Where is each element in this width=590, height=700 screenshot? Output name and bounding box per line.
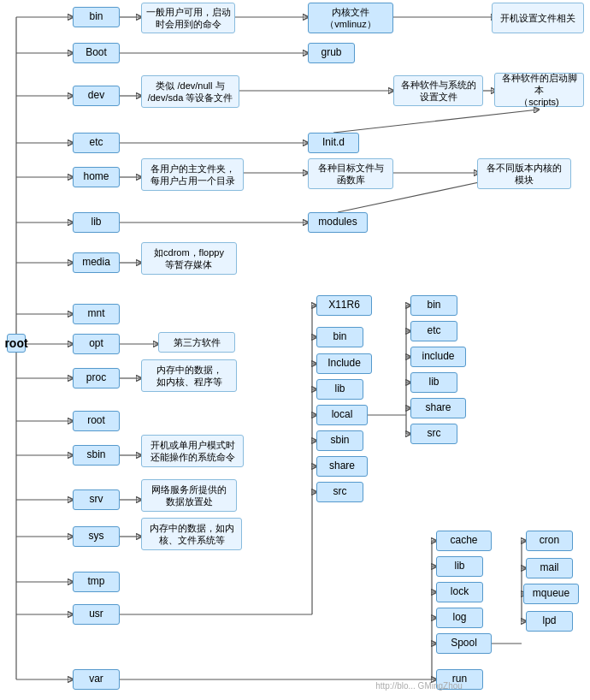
local-bin-node: bin — [410, 295, 457, 316]
usr-bin-node: bin — [316, 327, 363, 347]
lib-node: lib — [73, 212, 120, 233]
home-modules-node: 各不同版本内核的模块 — [477, 158, 571, 189]
root-node: root — [7, 334, 26, 353]
root-dir-node: root — [73, 411, 120, 431]
usr-sbin-node: sbin — [316, 430, 363, 451]
home-desc-node: 各用户的主文件夹，每用户占用一个目录 — [141, 158, 244, 191]
usr-lib-node: lib — [316, 379, 363, 400]
dev-desc-node: 类似 /dev/null 与/dev/sda 等设备文件 — [141, 75, 239, 108]
var-node: var — [73, 669, 120, 690]
vmlinuz-node: 内核文件（vmlinuz） — [308, 3, 393, 33]
usr-x11r6-node: X11R6 — [316, 295, 372, 316]
modules-node: modules — [308, 212, 368, 233]
sys-node: sys — [73, 526, 120, 547]
opt-desc-node: 第三方软件 — [158, 332, 235, 353]
usr-include-node: Include — [316, 353, 372, 374]
diagram: root bin 一般用户可用，启动时会用到的命令 Boot 内核文件（vmli… — [0, 0, 590, 700]
local-lib-node: lib — [410, 372, 457, 393]
var-lock-node: lock — [436, 582, 483, 602]
var-cache-node: cache — [436, 531, 492, 551]
media-node: media — [73, 252, 120, 273]
initd-node: Init.d — [308, 133, 359, 153]
var-lib-node: lib — [436, 556, 483, 577]
usr-src-node: src — [316, 482, 363, 502]
grub-node: grub — [308, 43, 355, 63]
bin-node: bin — [73, 7, 120, 27]
spool-mqueue-node: mqueue — [523, 584, 579, 604]
dev-node: dev — [73, 86, 120, 106]
home-node: home — [73, 167, 120, 187]
bin-desc-node: 一般用户可用，启动时会用到的命令 — [141, 3, 235, 33]
sbin-desc-node: 开机或单用户模式时还能操作的系统命令 — [141, 435, 244, 467]
media-desc-node: 如cdrom，floppy等暂存媒体 — [141, 242, 237, 275]
mnt-node: mnt — [73, 304, 120, 324]
usr-local-node: local — [316, 405, 368, 425]
watermark: http://blo... GMingZhou — [316, 681, 522, 697]
var-log-node: log — [436, 608, 483, 628]
etc-settings-node: 各种软件与系统的设置文件 — [393, 75, 483, 106]
usr-share-node: share — [316, 456, 368, 477]
opt-node: opt — [73, 334, 120, 354]
proc-desc-node: 内存中的数据，如内核、程序等 — [141, 359, 237, 392]
sbin-node: sbin — [73, 445, 120, 466]
local-etc-node: etc — [410, 321, 457, 341]
local-src-node: src — [410, 424, 457, 444]
local-share-node: share — [410, 398, 466, 418]
spool-mail-node: mail — [526, 558, 573, 578]
spool-lpd-node: lpd — [526, 611, 573, 632]
svg-line-26 — [333, 110, 539, 133]
etc-node: etc — [73, 133, 120, 153]
etc-scripts-node: 各种软件的启动脚本（scripts) — [494, 73, 584, 107]
srv-desc-node: 网络服务所提供的数据放置处 — [141, 479, 237, 512]
local-include-node: include — [410, 347, 466, 367]
usr-node: usr — [73, 604, 120, 625]
tmp-node: tmp — [73, 572, 120, 592]
spool-cron-node: cron — [526, 531, 573, 551]
sys-desc-node: 内存中的数据，如内核、文件系统等 — [141, 518, 242, 550]
boot-grub-desc-node: 开机设置文件相关 — [492, 3, 584, 33]
home-obj-node: 各种目标文件与函数库 — [308, 158, 393, 189]
boot-node: Boot — [73, 43, 120, 63]
proc-node: proc — [73, 368, 120, 389]
srv-node: srv — [73, 489, 120, 510]
var-spool-node: Spool — [436, 633, 492, 654]
